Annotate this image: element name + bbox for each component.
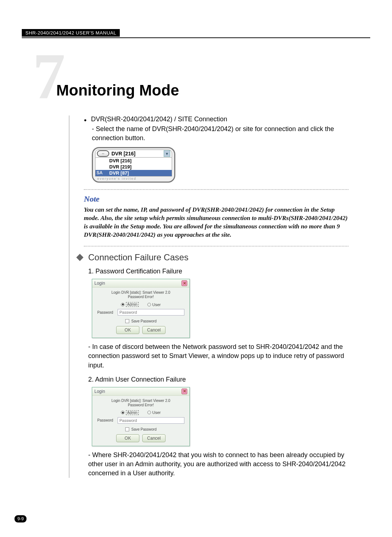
dvr-option-list: DVR [216] DVR [219] SA DVR [87] xyxy=(95,158,172,176)
intro-bullet: ● DVR(SHR-2040/2041/2042) / SITE Connect… xyxy=(84,115,348,123)
page-number: 9-9 xyxy=(15,515,26,522)
save-password-row[interactable]: Save Password xyxy=(92,318,189,326)
radio-icon xyxy=(147,303,151,306)
dvr-option-text: DVR [87] xyxy=(109,170,129,176)
brand-text: SA xyxy=(97,170,103,175)
ok-button[interactable]: OK xyxy=(116,326,139,334)
note-body: You can set the name, IP, and password o… xyxy=(84,206,348,239)
login-dialog: Login ✕ Login DVR [static]: Smart Viewer… xyxy=(92,387,190,446)
close-icon[interactable]: ✕ xyxy=(181,280,187,286)
login-title: Login xyxy=(94,281,105,286)
case1-description: - In case of discord between the Network… xyxy=(88,342,348,370)
page-title: Monitoring Mode xyxy=(56,82,370,99)
intro-sub-paragraph: - Select the name of DVR(SHR-2040/2041/2… xyxy=(92,125,348,143)
bullet-dot-icon: ● xyxy=(84,117,87,123)
section-heading: Connection Failure Cases xyxy=(88,252,188,263)
intro-bullet-text: DVR(SHR-2040/2041/2042) / SITE Connectio… xyxy=(91,115,227,123)
login-radio-row: Admin User xyxy=(92,300,189,309)
dotted-separator xyxy=(84,246,348,247)
login-title: Login xyxy=(94,389,105,394)
login-message: Login DVR [static]: Smart Viewer 2.0 Pas… xyxy=(92,396,189,408)
login-message-line2: Password Error! xyxy=(128,403,154,407)
dvr-option[interactable]: DVR [216] xyxy=(95,158,172,164)
login-message-line1: Login DVR [static]: Smart Viewer 2.0 xyxy=(111,290,170,294)
login-message-line2: Password Error! xyxy=(128,295,154,299)
login-message-line1: Login DVR [static]: Smart Viewer 2.0 xyxy=(111,399,170,403)
dvr-footer-text: everyone's invited xyxy=(95,176,172,181)
login-radio-row: Admin User xyxy=(92,408,189,417)
save-password-label: Save Password xyxy=(131,427,156,431)
header-bar: SHR-2040/2041/2042 USER'S MANUAL xyxy=(22,29,370,38)
section-heading-row: Connection Failure Cases xyxy=(77,252,348,263)
diamond-bullet-icon xyxy=(76,254,83,261)
save-password-label: Save Password xyxy=(131,319,156,323)
password-label: Password xyxy=(97,310,115,314)
radio-user[interactable]: User xyxy=(147,410,161,415)
content-area: ● DVR(SHR-2040/2041/2042) / SITE Connect… xyxy=(69,115,370,478)
dvr-option-highlighted[interactable]: SA DVR [87] xyxy=(95,170,172,176)
radio-admin-label: Admin xyxy=(126,410,138,415)
password-input[interactable] xyxy=(118,417,184,424)
cancel-button[interactable]: Cancel xyxy=(142,326,166,334)
dvr-selected-text: DVR [216] xyxy=(111,151,164,156)
dvr-selected-row[interactable]: ◦◦ DVR [216] ▼ xyxy=(95,150,172,158)
checkbox-icon[interactable] xyxy=(125,319,129,323)
radio-icon xyxy=(147,411,151,414)
dvr-dropdown-screenshot: ◦◦ DVR [216] ▼ DVR [216] DVR [219] SA DV… xyxy=(92,147,175,183)
ok-button[interactable]: OK xyxy=(116,434,139,442)
login-message: Login DVR [static]: Smart Viewer 2.0 Pas… xyxy=(92,288,189,300)
case1-title: 1. Password Certification Failure xyxy=(88,268,348,275)
dvr-option[interactable]: DVR [219] xyxy=(95,164,172,170)
dvr-dropdown: ◦◦ DVR [216] ▼ DVR [216] DVR [219] SA DV… xyxy=(92,147,175,183)
radio-user[interactable]: User xyxy=(147,302,161,307)
chevron-down-icon[interactable]: ▼ xyxy=(164,150,170,157)
dotted-separator xyxy=(84,189,348,190)
checkbox-icon[interactable] xyxy=(125,427,129,431)
login-dialog: Login ✕ Login DVR [static]: Smart Viewer… xyxy=(92,279,190,338)
chapter-number-bg: 7 xyxy=(33,44,65,109)
login-titlebar: Login ✕ xyxy=(92,387,189,396)
radio-admin[interactable]: Admin xyxy=(121,302,138,307)
radio-admin[interactable]: Admin xyxy=(121,410,138,415)
password-label: Password xyxy=(97,418,115,422)
password-row: Password xyxy=(92,309,189,318)
password-input[interactable] xyxy=(118,309,184,316)
radio-admin-label: Admin xyxy=(126,302,138,307)
note-heading: Note xyxy=(84,194,348,204)
save-password-row[interactable]: Save Password xyxy=(92,426,189,434)
login-button-row: OK Cancel xyxy=(92,326,189,338)
radio-user-label: User xyxy=(152,410,161,415)
cancel-button[interactable]: Cancel xyxy=(142,434,166,442)
case2-title: 2. Admin User Connection Failure xyxy=(88,376,348,383)
case2-description: - Where SHR-2040/2041/2042 that you wish… xyxy=(88,451,348,478)
password-row: Password xyxy=(92,417,189,426)
manual-label: SHR-2040/2041/2042 USER'S MANUAL xyxy=(22,29,120,37)
radio-user-label: User xyxy=(152,302,161,307)
close-icon[interactable]: ✕ xyxy=(181,388,187,394)
radio-icon xyxy=(121,303,124,306)
login-titlebar: Login ✕ xyxy=(92,279,189,288)
login-button-row: OK Cancel xyxy=(92,434,189,446)
dvr-device-icon: ◦◦ xyxy=(97,150,109,157)
radio-icon xyxy=(121,411,124,414)
